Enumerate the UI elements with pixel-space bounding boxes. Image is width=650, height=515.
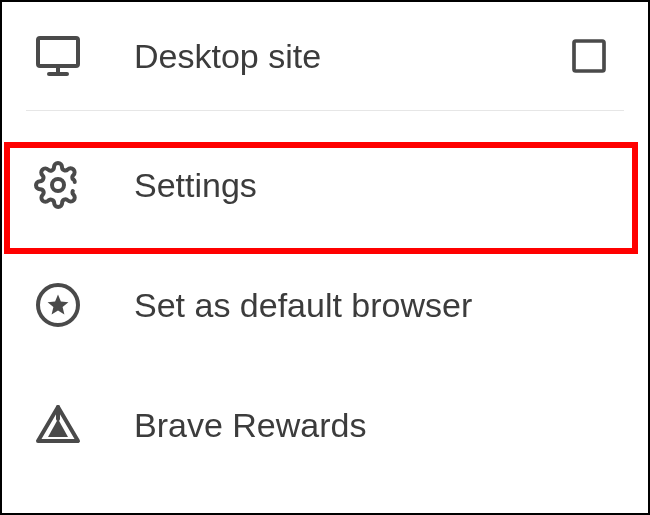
desktop-site-checkbox[interactable] xyxy=(568,35,610,77)
overflow-menu: Desktop site Settings Set as default bro… xyxy=(2,2,648,485)
monitor-icon xyxy=(34,32,82,80)
svg-rect-0 xyxy=(38,38,78,66)
menu-divider xyxy=(26,110,624,111)
svg-point-4 xyxy=(52,179,64,191)
menu-item-brave-rewards[interactable]: Brave Rewards xyxy=(2,365,648,485)
svg-rect-3 xyxy=(574,41,604,71)
menu-item-label: Settings xyxy=(134,166,616,205)
brave-rewards-icon xyxy=(34,401,82,449)
menu-item-label: Desktop site xyxy=(134,37,568,76)
menu-item-label: Brave Rewards xyxy=(134,406,616,445)
gear-icon xyxy=(34,161,82,209)
menu-item-default-browser[interactable]: Set as default browser xyxy=(2,245,648,365)
menu-item-settings[interactable]: Settings xyxy=(2,125,648,245)
menu-item-label: Set as default browser xyxy=(134,286,616,325)
svg-marker-6 xyxy=(48,295,69,315)
menu-item-desktop-site[interactable]: Desktop site xyxy=(2,2,648,110)
star-circle-icon xyxy=(34,281,82,329)
